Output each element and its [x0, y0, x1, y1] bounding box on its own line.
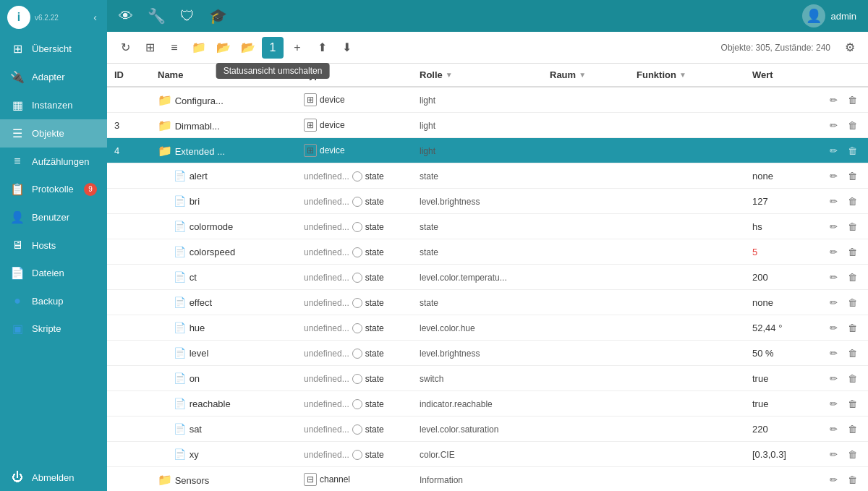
sidebar-label-abmelden: Abmelden	[32, 472, 75, 483]
folder-closed-btn[interactable]: 📁	[188, 37, 210, 59]
file-icon: 📄	[172, 447, 187, 461]
sidebar-item-adapter[interactable]: 🔌 Adapter	[0, 63, 107, 91]
toolbar-settings-btn[interactable]: ⚙	[839, 37, 861, 59]
sidebar-item-objekte[interactable]: ☰ Objekte	[0, 119, 107, 148]
delete-btn[interactable]: 🗑	[843, 116, 861, 134]
sidebar-item-dateien[interactable]: 📄 Dateien	[0, 259, 107, 287]
sidebar-item-overview[interactable]: ⊞ Übersicht	[0, 35, 107, 63]
delete-btn[interactable]: 🗑	[843, 218, 861, 235]
table-row[interactable]: 📄 briundefined... statelevel.brightness1…	[107, 189, 868, 214]
folder-green-btn[interactable]: 📂	[237, 37, 259, 59]
edit-btn[interactable]: ✏	[825, 268, 842, 286]
table-row[interactable]: 📄 colorspeedundefined... statestate5 ✏ 🗑	[107, 239, 868, 265]
refresh-btn[interactable]: ↻	[114, 37, 136, 59]
col-header-type[interactable]: Typ▼	[297, 64, 412, 87]
edit-btn[interactable]: ✏	[825, 445, 842, 463]
cell-room	[542, 138, 629, 163]
sidebar-item-benutzer[interactable]: 👤 Benutzer	[0, 203, 107, 231]
table-row[interactable]: 📄 satundefined... statelevel.color.satur…	[107, 417, 868, 442]
table-row[interactable]: 📄 ctundefined... statelevel.color.temper…	[107, 265, 868, 290]
sidebar-item-backup[interactable]: ● Backup	[0, 287, 107, 315]
edit-btn[interactable]: ✏	[825, 218, 842, 235]
topbar-eye-icon[interactable]: 👁	[119, 8, 133, 25]
upload-btn[interactable]: ⬆	[311, 37, 333, 59]
edit-btn[interactable]: ✏	[825, 142, 842, 159]
sidebar-item-instanzen[interactable]: ▦ Instanzen	[0, 91, 107, 119]
sidebar-item-aufzaehlungen[interactable]: ≡ Aufzählungen	[0, 148, 107, 175]
edit-btn[interactable]: ✏	[825, 344, 842, 362]
table-row[interactable]: 📁 Configura...⊞ devicelight ✏ 🗑	[107, 87, 868, 113]
delete-btn[interactable]: 🗑	[843, 395, 861, 412]
add-btn[interactable]: +	[286, 37, 308, 59]
cell-room	[542, 163, 629, 189]
delete-btn[interactable]: 🗑	[843, 243, 861, 260]
delete-btn[interactable]: 🗑	[843, 471, 861, 488]
sidebar-item-protokolle[interactable]: 📋 Protokolle 9	[0, 175, 107, 203]
delete-btn[interactable]: 🗑	[843, 370, 861, 387]
col-header-role[interactable]: Rolle▼	[412, 64, 542, 87]
table-row[interactable]: 📄 onundefined... stateswitchtrue ✏ 🗑	[107, 366, 868, 391]
edit-btn[interactable]: ✏	[825, 116, 842, 134]
edit-btn[interactable]: ✏	[825, 395, 842, 412]
table-row[interactable]: 📄 hueundefined... statelevel.color.hue52…	[107, 315, 868, 341]
sidebar-collapse-btn[interactable]: ‹	[90, 9, 100, 26]
type-label: state	[365, 450, 384, 460]
number-btn[interactable]: 1	[262, 37, 284, 59]
col-room-label: Raum	[550, 69, 576, 80]
topbar-tools-icon[interactable]: 🔧	[148, 7, 166, 25]
col-header-room[interactable]: Raum▼	[542, 64, 629, 87]
edit-btn[interactable]: ✏	[825, 294, 842, 311]
table-row[interactable]: 📄 reachableundefined... stateindicator.r…	[107, 391, 868, 417]
type-badge: undefined... state	[304, 450, 384, 460]
table-row[interactable]: 📄 xyundefined... statecolor.CIE[0.3,0.3]…	[107, 442, 868, 467]
app-logo: i	[7, 6, 30, 29]
cell-type: undefined... state	[297, 239, 412, 265]
delete-btn[interactable]: 🗑	[843, 192, 861, 210]
table-row[interactable]: 4📁 Extended ...⊞ devicelight ✏ 🗑	[107, 138, 868, 163]
edit-btn[interactable]: ✏	[825, 471, 842, 488]
cell-role: indicator.reachable	[412, 391, 542, 417]
edit-btn[interactable]: ✏	[825, 420, 842, 437]
cell-type: undefined... state	[297, 315, 412, 341]
sidebar-item-abmelden[interactable]: ⏻ Abmelden	[0, 464, 107, 491]
delete-btn[interactable]: 🗑	[843, 294, 861, 311]
edit-btn[interactable]: ✏	[825, 167, 842, 184]
delete-btn[interactable]: 🗑	[843, 344, 861, 362]
delete-btn[interactable]: 🗑	[843, 268, 861, 286]
delete-btn[interactable]: 🗑	[843, 167, 861, 184]
edit-btn[interactable]: ✏	[825, 319, 842, 336]
download-btn[interactable]: ⬇	[336, 37, 357, 59]
sidebar-item-skripte[interactable]: ▣ Skripte	[0, 315, 107, 343]
col-header-func[interactable]: Funktion▼	[629, 64, 745, 87]
cell-type: undefined... state	[297, 214, 412, 239]
edit-btn[interactable]: ✏	[825, 243, 842, 260]
view-list-btn[interactable]: ≡	[163, 37, 185, 59]
sidebar: i v6.2.22 ‹ ⊞ Übersicht 🔌 Adapter ▦ Inst…	[0, 0, 107, 491]
table-row[interactable]: 3📁 Dimmabl...⊞ devicelight ✏ 🗑	[107, 113, 868, 138]
topbar-learn-icon[interactable]: 🎓	[209, 7, 227, 25]
delete-btn[interactable]: 🗑	[843, 420, 861, 437]
delete-btn[interactable]: 🗑	[843, 319, 861, 336]
table-row[interactable]: 📄 alertundefined... statestatenone ✏ 🗑	[107, 163, 868, 189]
topbar-shield-icon[interactable]: 🛡	[180, 8, 195, 25]
cell-actions: ✏ 🗑	[817, 467, 868, 492]
delete-btn[interactable]: 🗑	[843, 91, 861, 108]
sidebar-logo: i v6.2.22 ‹	[0, 0, 107, 35]
edit-btn[interactable]: ✏	[825, 91, 842, 108]
delete-btn[interactable]: 🗑	[843, 142, 861, 159]
table-row[interactable]: 📄 colormodeundefined... statestatehs ✏ 🗑	[107, 214, 868, 239]
delete-btn[interactable]: 🗑	[843, 445, 861, 463]
objects-table-area: ID Name Typ▼ Rolle▼ Raum▼ Funk	[107, 64, 868, 491]
edit-btn[interactable]: ✏	[825, 192, 842, 210]
table-row[interactable]: 📁 Sensors⊟ channelInformation ✏ 🗑	[107, 467, 868, 492]
view-grid-btn[interactable]: ⊞	[139, 37, 161, 59]
folder-open-btn[interactable]: 📂	[213, 37, 234, 59]
table-row[interactable]: 📄 effectundefined... statestatenone ✏ 🗑	[107, 290, 868, 315]
table-row[interactable]: 📄 levelundefined... statelevel.brightnes…	[107, 341, 868, 366]
cell-room	[542, 113, 629, 138]
edit-btn[interactable]: ✏	[825, 370, 842, 387]
sidebar-item-hosts[interactable]: 🖥 Hosts	[0, 231, 107, 259]
state-type-icon	[352, 171, 362, 182]
col-role-label: Rolle	[420, 69, 443, 80]
type-label: state	[365, 222, 384, 232]
